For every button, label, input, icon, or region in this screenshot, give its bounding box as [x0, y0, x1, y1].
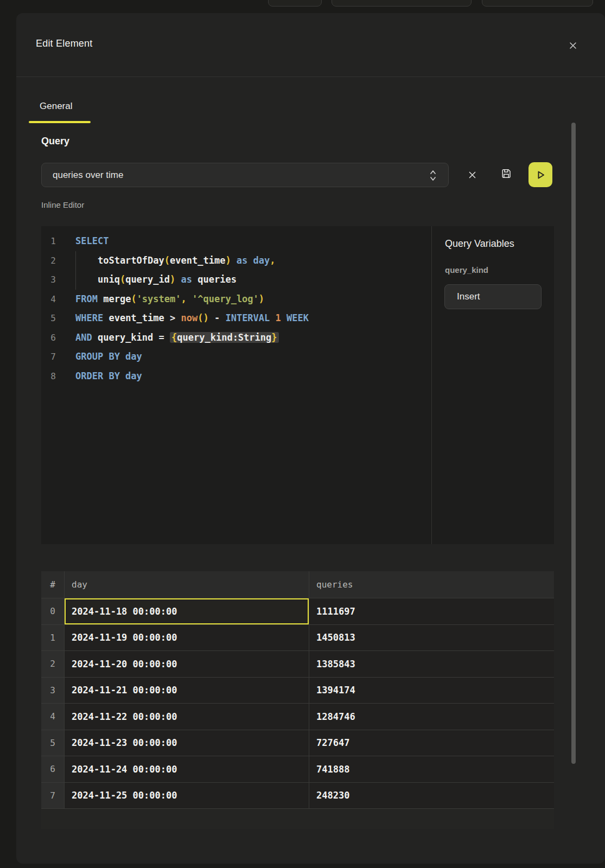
- code-text: toStartOfDay(event_time) as day,: [75, 251, 276, 271]
- background-toolbar-button-1[interactable]: [268, 0, 322, 7]
- row-index-cell: 3: [41, 678, 65, 704]
- column-header-index: #: [41, 571, 65, 598]
- row-index-cell: 6: [41, 756, 65, 782]
- row-index-cell: 7: [41, 783, 65, 809]
- queries-cell[interactable]: 727647: [309, 730, 554, 756]
- table-row: 32024-11-21 00:00:001394174: [41, 677, 554, 704]
- queries-cell[interactable]: 1450813: [309, 625, 554, 651]
- column-header-queries: queries: [309, 571, 554, 598]
- row-index-cell: 0: [41, 598, 65, 624]
- day-cell[interactable]: 2024-11-25 00:00:00: [65, 783, 309, 809]
- indent-guide: [75, 251, 76, 290]
- chevron-updown-icon: [430, 168, 436, 185]
- table-footer-strip: [41, 808, 554, 829]
- variable-name-label: query_kind: [445, 265, 488, 275]
- modal-scrollbar-thumb[interactable]: [571, 123, 576, 764]
- line-number: 7: [41, 347, 75, 367]
- save-floppy-icon: [501, 168, 512, 179]
- code-text: uniq(query_id) as queries: [75, 270, 237, 290]
- day-cell[interactable]: 2024-11-22 00:00:00: [65, 704, 309, 730]
- line-number: 3: [41, 270, 75, 290]
- background-toolbar-button-3[interactable]: [482, 0, 593, 7]
- edit-element-modal: Edit Element General Query queries over …: [16, 13, 605, 864]
- close-icon: [569, 42, 577, 49]
- table-row: 42024-11-22 00:00:001284746: [41, 703, 554, 730]
- results-table: #dayqueries 02024-11-18 00:00:0011116971…: [41, 571, 554, 829]
- query-select-value: queries over time: [42, 170, 123, 181]
- day-cell[interactable]: 2024-11-24 00:00:00: [65, 756, 309, 782]
- code-text: AND query_kind = {query_kind:String}: [75, 328, 279, 348]
- query-variables-heading: Query Variables: [445, 238, 514, 250]
- day-cell[interactable]: 2024-11-23 00:00:00: [65, 730, 309, 756]
- line-number: 4: [41, 290, 75, 309]
- inline-editor-label: Inline Editor: [41, 200, 84, 209]
- code-text: FROM merge('system', '^query_log'): [75, 290, 264, 309]
- column-header-day: day: [65, 571, 309, 598]
- active-tab-indicator: [29, 121, 91, 123]
- run-query-button[interactable]: [528, 162, 552, 187]
- code-text: ORDER BY day: [75, 367, 142, 386]
- row-index-cell: 5: [41, 730, 65, 756]
- code-line-8[interactable]: 8ORDER BY day: [41, 367, 554, 386]
- day-cell[interactable]: 2024-11-20 00:00:00: [65, 651, 309, 677]
- table-row: 72024-11-25 00:00:00248230: [41, 782, 554, 809]
- line-number: 2: [41, 251, 75, 271]
- queries-cell[interactable]: 1284746: [309, 704, 554, 730]
- query-section-heading: Query: [41, 136, 69, 147]
- code-text: WHERE event_time > now() - INTERVAL 1 WE…: [75, 309, 309, 328]
- queries-cell[interactable]: 741888: [309, 756, 554, 782]
- modal-title: Edit Element: [36, 38, 92, 49]
- code-line-5[interactable]: 5WHERE event_time > now() - INTERVAL 1 W…: [41, 309, 554, 328]
- table-header-row: #dayqueries: [41, 571, 554, 598]
- line-number: 1: [41, 232, 75, 251]
- app-background: Edit Element General Query queries over …: [0, 0, 605, 868]
- editor-panel-divider: [431, 226, 432, 544]
- code-text: SELECT: [75, 232, 109, 251]
- tab-general-label: General: [40, 101, 72, 111]
- sql-editor[interactable]: 1SELECT2 toStartOfDay(event_time) as day…: [41, 226, 554, 544]
- line-number: 8: [41, 367, 75, 386]
- clear-query-button[interactable]: [466, 168, 479, 181]
- table-row: 62024-11-24 00:00:00741888: [41, 756, 554, 782]
- code-line-7[interactable]: 7GROUP BY day: [41, 347, 554, 367]
- background-toolbar-button-2[interactable]: [332, 0, 472, 7]
- table-row: 02024-11-18 00:00:001111697: [41, 598, 554, 624]
- line-number: 6: [41, 328, 75, 348]
- row-index-cell: 1: [41, 625, 65, 651]
- clear-x-icon: [468, 171, 476, 179]
- close-button[interactable]: [566, 39, 579, 52]
- day-cell[interactable]: 2024-11-21 00:00:00: [65, 678, 309, 704]
- queries-cell[interactable]: 1385843: [309, 651, 554, 677]
- insert-variable-button[interactable]: Insert: [444, 284, 542, 309]
- play-icon: [536, 170, 546, 180]
- table-row: 52024-11-23 00:00:00727647: [41, 730, 554, 756]
- tab-general[interactable]: General: [40, 101, 72, 112]
- header-divider: [16, 76, 605, 77]
- code-text: GROUP BY day: [75, 347, 142, 367]
- code-line-6[interactable]: 6AND query_kind = {query_kind:String}: [41, 328, 554, 348]
- row-index-cell: 4: [41, 704, 65, 730]
- save-query-button[interactable]: [500, 167, 513, 180]
- table-row: 22024-11-20 00:00:001385843: [41, 650, 554, 677]
- queries-cell[interactable]: 1394174: [309, 678, 554, 704]
- queries-cell[interactable]: 248230: [309, 783, 554, 809]
- queries-cell[interactable]: 1111697: [309, 598, 554, 624]
- row-index-cell: 2: [41, 651, 65, 677]
- query-select[interactable]: queries over time: [41, 163, 449, 187]
- line-number: 5: [41, 309, 75, 328]
- day-cell[interactable]: 2024-11-19 00:00:00: [65, 625, 309, 651]
- table-row: 12024-11-19 00:00:001450813: [41, 624, 554, 651]
- day-cell-selected[interactable]: 2024-11-18 00:00:00: [65, 598, 309, 624]
